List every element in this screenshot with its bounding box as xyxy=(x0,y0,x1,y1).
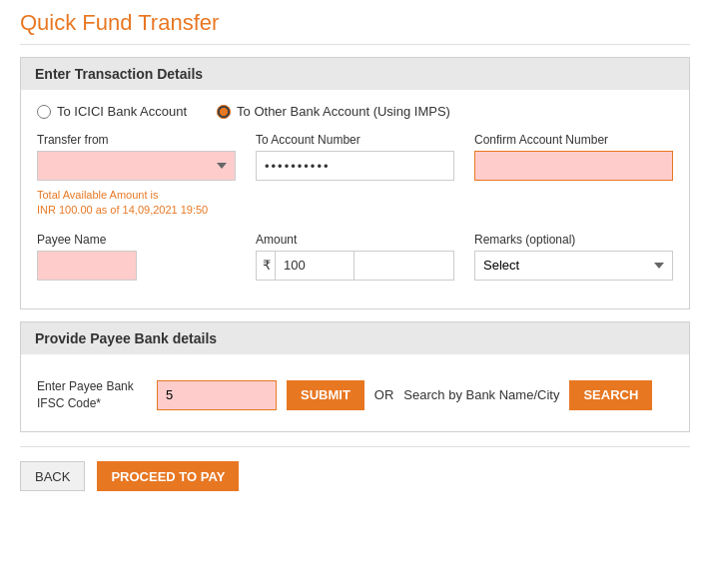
confirm-account-label: Confirm Account Number xyxy=(474,133,673,147)
search-button[interactable]: SEARCH xyxy=(569,380,652,410)
form-row-2: Payee Name Amount ₹ Remarks (optional) S… xyxy=(37,233,673,281)
radio-icici-label: To ICICI Bank Account xyxy=(57,104,187,119)
confirm-account-group: Confirm Account Number xyxy=(474,133,673,181)
submit-button[interactable]: SUBMIT xyxy=(287,380,364,410)
or-text: OR xyxy=(374,387,394,402)
radio-other-label: To Other Bank Account (Using IMPS) xyxy=(237,104,450,119)
amount-label: Amount xyxy=(256,233,454,247)
transfer-from-group: Transfer from Total Available Amount is … xyxy=(37,133,236,219)
account-number-group: To Account Number xyxy=(256,133,454,181)
page-title: Quick Fund Transfer xyxy=(20,10,690,45)
payee-name-group: Payee Name xyxy=(37,233,236,281)
back-button[interactable]: BACK xyxy=(20,461,85,491)
radio-other-input[interactable] xyxy=(217,105,231,119)
remarks-label: Remarks (optional) xyxy=(474,233,673,247)
payee-name-label: Payee Name xyxy=(37,233,236,247)
radio-other[interactable]: To Other Bank Account (Using IMPS) xyxy=(217,104,450,119)
radio-icici[interactable]: To ICICI Bank Account xyxy=(37,104,187,119)
amount-symbol: ₹ xyxy=(263,258,271,273)
amount-group: Amount ₹ xyxy=(256,233,454,281)
account-number-input[interactable] xyxy=(256,151,454,181)
transfer-type-row: To ICICI Bank Account To Other Bank Acco… xyxy=(37,104,673,119)
payee-name-input[interactable] xyxy=(37,251,137,281)
transaction-section: Enter Transaction Details To ICICI Bank … xyxy=(20,57,690,309)
radio-icici-input[interactable] xyxy=(37,105,51,119)
payee-bank-section: Provide Payee Bank details Enter Payee B… xyxy=(20,321,690,433)
available-amount: Total Available Amount is INR 100.00 as … xyxy=(37,188,236,219)
confirm-account-input[interactable] xyxy=(474,151,673,181)
amount-input[interactable] xyxy=(275,251,355,281)
form-row-1: Transfer from Total Available Amount is … xyxy=(37,133,673,219)
payee-bank-header: Provide Payee Bank details xyxy=(21,322,689,354)
remarks-group: Remarks (optional) Select xyxy=(474,233,673,281)
transfer-from-select[interactable] xyxy=(37,151,236,181)
account-number-label: To Account Number xyxy=(256,133,454,147)
action-row: BACK PROCEED TO PAY xyxy=(20,446,690,495)
transfer-from-label: Transfer from xyxy=(37,133,236,147)
ifsc-label: Enter Payee Bank IFSC Code* xyxy=(37,378,147,412)
ifsc-row: Enter Payee Bank IFSC Code* SUBMIT OR Se… xyxy=(37,368,673,418)
remarks-select[interactable]: Select xyxy=(474,251,673,281)
amount-input-wrapper: ₹ xyxy=(256,251,454,281)
proceed-button[interactable]: PROCEED TO PAY xyxy=(97,461,239,491)
ifsc-input[interactable] xyxy=(157,380,277,410)
transaction-section-header: Enter Transaction Details xyxy=(21,58,689,90)
search-by-label: Search by Bank Name/City xyxy=(403,387,559,402)
